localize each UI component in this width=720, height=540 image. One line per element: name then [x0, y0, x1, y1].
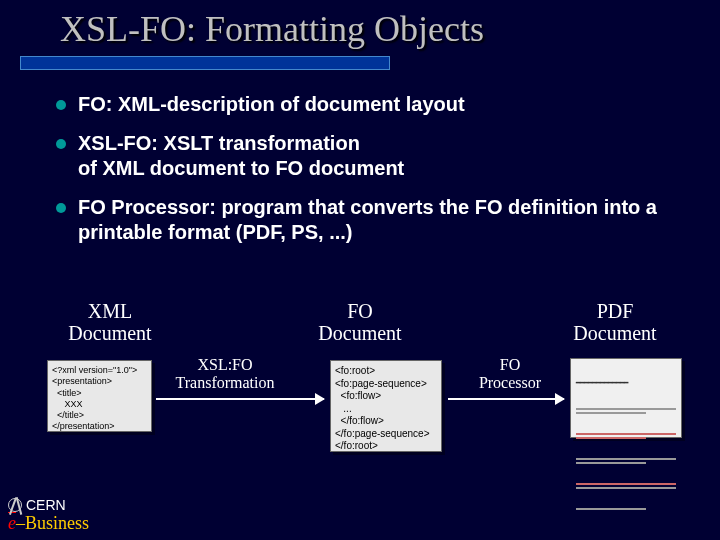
- bullet-text: FO Processor: program that converts the …: [78, 195, 670, 245]
- fo-processor-label: FO Processor: [460, 356, 560, 391]
- bullet-item: FO: XML-description of document layout: [56, 92, 670, 117]
- xslfo-transform-label: XSL:FO Transformation: [165, 356, 285, 391]
- bullet-text: FO: XML-description of document layout: [78, 92, 465, 117]
- title-underline: [20, 56, 390, 70]
- bullet-list: FO: XML-description of document layout X…: [0, 70, 720, 245]
- ebusiness-logo: e–Business: [8, 513, 89, 534]
- fo-doc-box: <fo:root> <fo:page-sequence> <fo:flow> .…: [330, 360, 442, 452]
- bullet-item: FO Processor: program that converts the …: [56, 195, 670, 245]
- ebiz-e: e: [8, 513, 16, 533]
- bullet-icon: [56, 139, 66, 149]
- pdf-doc-box: ━━━━━━━━━━━━━: [570, 358, 682, 438]
- flow-diagram: XML Document FO Document PDF Document <?…: [0, 300, 720, 500]
- arrow-icon: [156, 398, 324, 400]
- cern-logo-icon: [8, 498, 22, 512]
- slide-title: XSL-FO: Formatting Objects: [60, 8, 720, 50]
- fo-doc-label: FO Document: [305, 300, 415, 344]
- bullet-text: XSL-FO: XSLT transformation of XML docum…: [78, 131, 404, 181]
- xml-doc-label: XML Document: [55, 300, 165, 344]
- bullet-item: XSL-FO: XSLT transformation of XML docum…: [56, 131, 670, 181]
- bullet-icon: [56, 100, 66, 110]
- bullet-icon: [56, 203, 66, 213]
- footer: CERN e–Business: [8, 497, 89, 534]
- cern-text: CERN: [26, 497, 66, 513]
- arrow-icon: [448, 398, 564, 400]
- ebiz-dash: –: [16, 513, 25, 533]
- ebiz-business: Business: [25, 513, 89, 533]
- xml-doc-box: <?xml version="1.0"> <presentation> <tit…: [47, 360, 152, 432]
- pdf-doc-label: PDF Document: [560, 300, 670, 344]
